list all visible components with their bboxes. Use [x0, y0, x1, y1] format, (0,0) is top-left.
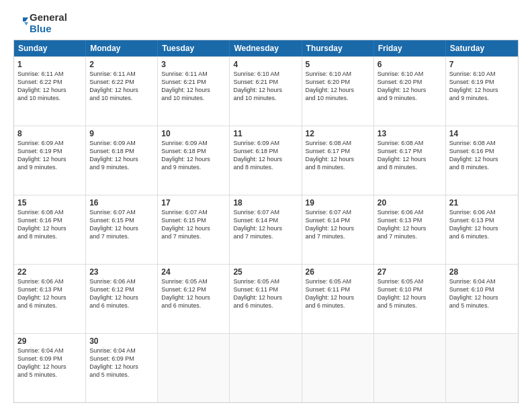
calendar-day-24: 24Sunrise: 6:05 AMSunset: 6:12 PMDayligh… [158, 265, 230, 333]
calendar-week-2: 8Sunrise: 6:09 AMSunset: 6:19 PMDaylight… [14, 126, 518, 195]
day-header-tuesday: Tuesday [158, 40, 230, 56]
calendar-day-15: 15Sunrise: 6:08 AMSunset: 6:16 PMDayligh… [14, 195, 86, 264]
calendar-day-8: 8Sunrise: 6:09 AMSunset: 6:19 PMDaylight… [14, 126, 86, 195]
logo: General Blue [13, 12, 67, 34]
calendar-week-3: 15Sunrise: 6:08 AMSunset: 6:16 PMDayligh… [14, 195, 518, 264]
calendar-week-1: 1Sunrise: 6:11 AMSunset: 6:22 PMDaylight… [14, 56, 518, 126]
header: General Blue [13, 12, 519, 34]
day-header-friday: Friday [374, 40, 446, 56]
page: General Blue SundayMondayTuesdayWednesda… [0, 0, 532, 411]
day-header-wednesday: Wednesday [230, 40, 302, 56]
calendar-body: 1Sunrise: 6:11 AMSunset: 6:22 PMDaylight… [14, 56, 518, 402]
calendar-day-21: 21Sunrise: 6:06 AMSunset: 6:13 PMDayligh… [446, 195, 518, 264]
calendar-day-23: 23Sunrise: 6:06 AMSunset: 6:12 PMDayligh… [86, 265, 158, 333]
day-header-saturday: Saturday [446, 40, 518, 56]
calendar-day-16: 16Sunrise: 6:07 AMSunset: 6:15 PMDayligh… [86, 195, 158, 264]
calendar-day-10: 10Sunrise: 6:09 AMSunset: 6:18 PMDayligh… [158, 126, 230, 195]
calendar-day-27: 27Sunrise: 6:05 AMSunset: 6:10 PMDayligh… [374, 265, 446, 333]
calendar-day-7: 7Sunrise: 6:10 AMSunset: 6:19 PMDaylight… [446, 57, 518, 126]
calendar-day-19: 19Sunrise: 6:07 AMSunset: 6:14 PMDayligh… [302, 195, 374, 264]
calendar-day-12: 12Sunrise: 6:08 AMSunset: 6:17 PMDayligh… [302, 126, 374, 195]
calendar-day-20: 20Sunrise: 6:06 AMSunset: 6:13 PMDayligh… [374, 195, 446, 264]
calendar-day-18: 18Sunrise: 6:07 AMSunset: 6:14 PMDayligh… [230, 195, 302, 264]
calendar-week-4: 22Sunrise: 6:06 AMSunset: 6:13 PMDayligh… [14, 264, 518, 333]
calendar-day-1: 1Sunrise: 6:11 AMSunset: 6:22 PMDaylight… [14, 57, 86, 126]
calendar-empty [158, 334, 230, 402]
calendar-day-14: 14Sunrise: 6:08 AMSunset: 6:16 PMDayligh… [446, 126, 518, 195]
logo-icon [13, 16, 28, 31]
logo-general: General [30, 12, 67, 24]
calendar-week-5: 29Sunrise: 6:04 AMSunset: 6:09 PMDayligh… [14, 333, 518, 402]
svg-marker-0 [23, 17, 28, 21]
calendar-day-6: 6Sunrise: 6:10 AMSunset: 6:20 PMDaylight… [374, 57, 446, 126]
calendar-header: SundayMondayTuesdayWednesdayThursdayFrid… [14, 40, 518, 56]
calendar-day-9: 9Sunrise: 6:09 AMSunset: 6:18 PMDaylight… [86, 126, 158, 195]
calendar-day-29: 29Sunrise: 6:04 AMSunset: 6:09 PMDayligh… [14, 334, 86, 402]
calendar-empty [302, 334, 374, 402]
day-header-thursday: Thursday [302, 40, 374, 56]
calendar-day-4: 4Sunrise: 6:10 AMSunset: 6:21 PMDaylight… [230, 57, 302, 126]
calendar-day-25: 25Sunrise: 6:05 AMSunset: 6:11 PMDayligh… [230, 265, 302, 333]
calendar-day-3: 3Sunrise: 6:11 AMSunset: 6:21 PMDaylight… [158, 57, 230, 126]
calendar-day-5: 5Sunrise: 6:10 AMSunset: 6:20 PMDaylight… [302, 57, 374, 126]
calendar-empty [374, 334, 446, 402]
calendar-empty [446, 334, 518, 402]
calendar-day-13: 13Sunrise: 6:08 AMSunset: 6:17 PMDayligh… [374, 126, 446, 195]
calendar-day-28: 28Sunrise: 6:04 AMSunset: 6:10 PMDayligh… [446, 265, 518, 333]
logo-blue: Blue [30, 24, 67, 35]
calendar-day-17: 17Sunrise: 6:07 AMSunset: 6:15 PMDayligh… [158, 195, 230, 264]
calendar-day-26: 26Sunrise: 6:05 AMSunset: 6:11 PMDayligh… [302, 265, 374, 333]
svg-marker-1 [24, 22, 28, 26]
day-header-sunday: Sunday [14, 40, 86, 56]
day-header-monday: Monday [86, 40, 158, 56]
calendar-day-30: 30Sunrise: 6:04 AMSunset: 6:09 PMDayligh… [86, 334, 158, 402]
calendar-day-2: 2Sunrise: 6:11 AMSunset: 6:22 PMDaylight… [86, 57, 158, 126]
calendar-day-11: 11Sunrise: 6:09 AMSunset: 6:18 PMDayligh… [230, 126, 302, 195]
calendar-day-22: 22Sunrise: 6:06 AMSunset: 6:13 PMDayligh… [14, 265, 86, 333]
calendar-empty [230, 334, 302, 402]
calendar: SundayMondayTuesdayWednesdayThursdayFrid… [13, 40, 519, 403]
